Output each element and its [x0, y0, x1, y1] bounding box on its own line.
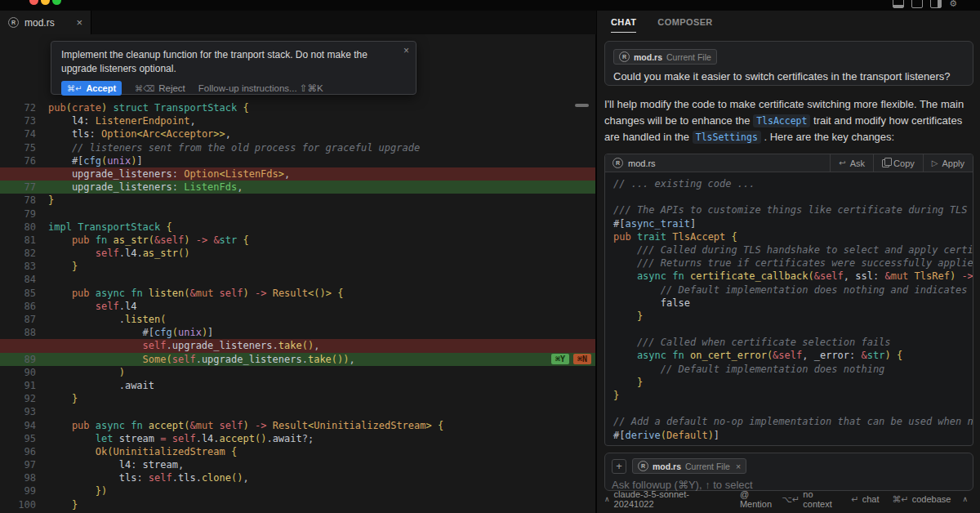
- line-number: 89: [0, 353, 48, 366]
- code-line: async fn certificate_callback(&self, ssl…: [613, 270, 973, 283]
- line-number: 99: [0, 484, 48, 497]
- codebase-action[interactable]: ⌘↵codebase: [892, 494, 951, 505]
- toggle-panel-icon[interactable]: [893, 0, 904, 8]
- panel-divider[interactable]: [595, 0, 597, 513]
- inline-code: TlsAccept: [753, 114, 810, 127]
- code-line: 74 tls: Option<Arc<Acceptor>>,: [0, 127, 596, 141]
- line-number: 91: [0, 379, 48, 392]
- tab-chat[interactable]: CHAT: [611, 17, 636, 33]
- prompt-close-icon[interactable]: ×: [403, 45, 409, 56]
- code-editor[interactable]: 72pub(crate) struct TransportStack {73 l…: [0, 34, 596, 513]
- model-selector-chevron-icon[interactable]: ∧: [604, 495, 610, 503]
- line-number: 77: [0, 181, 48, 194]
- rust-file-icon: R: [638, 461, 648, 471]
- tab-composer[interactable]: COMPOSER: [657, 17, 712, 33]
- mention-button[interactable]: @ Mention: [740, 489, 782, 509]
- code-line: /// Called when certificate selection fa…: [613, 336, 973, 349]
- assistant-message: I'll help modify the code to make certif…: [604, 96, 970, 146]
- input-context-chip[interactable]: R mod.rs Current File ×: [632, 458, 746, 474]
- line-number: 94: [0, 419, 48, 432]
- shortcut-keys: ↵: [851, 494, 858, 505]
- line-number: 76: [0, 154, 48, 167]
- app-window: ⚙ R mod.rs × 72pub(crate) struct Transpo…: [0, 0, 980, 513]
- code-line: 91 .await: [0, 379, 596, 392]
- apply-button[interactable]: ▷Apply: [923, 154, 973, 172]
- code-line: 97 l4: stream,: [0, 458, 596, 471]
- accept-button[interactable]: ⌘↵ Accept: [61, 81, 122, 96]
- code-line: 85 pub async fn listen(&mut self) -> Res…: [0, 287, 596, 300]
- shortcut-keys: ⌘↵: [892, 494, 908, 505]
- toggle-secondary-sidebar-icon[interactable]: [930, 0, 942, 8]
- tab-modrs[interactable]: R mod.rs ×: [0, 11, 91, 34]
- close-traffic-light[interactable]: [29, 0, 38, 5]
- editor-code-area: 72pub(crate) struct TransportStack {73 l…: [0, 101, 596, 511]
- chat-code-block: R mod.rs ↩AskCopy▷Apply // ... existing …: [604, 154, 973, 446]
- code-line: [613, 402, 973, 415]
- reject-shortcut: ⌘⌫: [135, 84, 154, 93]
- code-line: 93: [0, 405, 596, 418]
- chat-action[interactable]: ↵chat: [851, 494, 879, 505]
- code-line: [613, 323, 973, 336]
- code-line: // ... existing code ...: [613, 177, 973, 190]
- titlebar: ⚙: [0, 0, 980, 11]
- line-number: 75: [0, 141, 48, 154]
- inline-edit-prompt: × Implement the cleanup function for the…: [51, 41, 416, 95]
- code-line: /// Returns true if certificates were su…: [613, 256, 973, 270]
- line-number: 74: [0, 127, 48, 141]
- expand-chevron-icon[interactable]: ∧: [962, 495, 968, 503]
- model-selector[interactable]: claude-3-5-sonnet-20241022: [614, 489, 725, 509]
- settings-gear-icon[interactable]: ⚙: [949, 0, 957, 7]
- line-number: 86: [0, 300, 48, 313]
- diff-added-line: 89 Some(self.upgrade_listeners.take()),⌘…: [0, 353, 596, 366]
- apply-icon: ▷: [932, 158, 938, 167]
- chip-close-icon[interactable]: ×: [736, 462, 741, 471]
- minimize-traffic-light[interactable]: [41, 0, 50, 5]
- editor-scrollbar-thumb[interactable]: [575, 104, 589, 107]
- code-line: 96 Ok(UninitializedStream {: [0, 445, 596, 458]
- chat-panel: CHAT COMPOSER R mod.rs Current File Coul…: [597, 0, 980, 513]
- no-context-action[interactable]: ⌥↵no context: [782, 489, 838, 509]
- diff-added-line: 77 upgrade_listeners: ListenFds,: [0, 181, 596, 194]
- code-line: async fn on_cert_error(&self, _error: &s…: [613, 349, 973, 362]
- code-line: 86 self.l4: [0, 300, 596, 313]
- code-line: 95 let stream = self.l4.accept().await?;: [0, 432, 596, 445]
- followup-instructions[interactable]: Follow-up instructions... ⇧⌘K: [198, 83, 323, 94]
- ask-icon: ↩: [839, 158, 845, 167]
- code-line: [613, 190, 973, 203]
- code-line: // Add a default no-op implementation th…: [613, 415, 973, 428]
- line-number: 87: [0, 313, 48, 326]
- copy-button[interactable]: Copy: [873, 154, 923, 172]
- code-line: 72pub(crate) struct TransportStack {: [0, 101, 596, 114]
- code-line: 79: [0, 207, 596, 221]
- user-message-card: R mod.rs Current File Could you make it …: [604, 41, 973, 86]
- zoom-traffic-light[interactable]: [52, 0, 61, 5]
- line-number: 100: [0, 498, 48, 511]
- chat-input-card[interactable]: + R mod.rs Current File × Ask followup (…: [604, 453, 973, 491]
- code-line: 76 #[cfg(unix)]: [0, 154, 596, 167]
- code-line: 80impl TransportStack {: [0, 221, 596, 234]
- ask-button[interactable]: ↩Ask: [830, 154, 873, 172]
- line-number: 90: [0, 366, 48, 379]
- line-number: 98: [0, 471, 48, 484]
- line-number: 73: [0, 114, 48, 127]
- line-number: 79: [0, 207, 48, 221]
- reject-button[interactable]: ⌘⌫ Reject: [135, 83, 185, 93]
- split-editor-icon[interactable]: [911, 0, 923, 8]
- line-number: 84: [0, 273, 48, 286]
- tab-close-icon[interactable]: ×: [76, 17, 82, 28]
- add-context-button[interactable]: +: [612, 459, 626, 474]
- code-line: /// The APIs to customize things like ce…: [613, 203, 973, 216]
- line-number: 72: [0, 101, 48, 114]
- diff-reject-badge[interactable]: ⌘N: [573, 354, 591, 364]
- code-line: }: [613, 376, 973, 389]
- accept-shortcut: ⌘↵: [67, 84, 82, 93]
- line-number: 85: [0, 287, 48, 300]
- code-block-header: R mod.rs ↩AskCopy▷Apply: [605, 154, 973, 172]
- context-chip[interactable]: R mod.rs Current File: [613, 49, 717, 65]
- diff-accept-badge[interactable]: ⌘Y: [551, 354, 569, 364]
- code-line: }: [613, 389, 973, 402]
- line-number: 96: [0, 445, 48, 458]
- code-line: 84: [0, 273, 596, 286]
- code-line: 82 self.l4.as_str(): [0, 247, 596, 260]
- user-message: Could you make it easier to switch certi…: [613, 70, 964, 83]
